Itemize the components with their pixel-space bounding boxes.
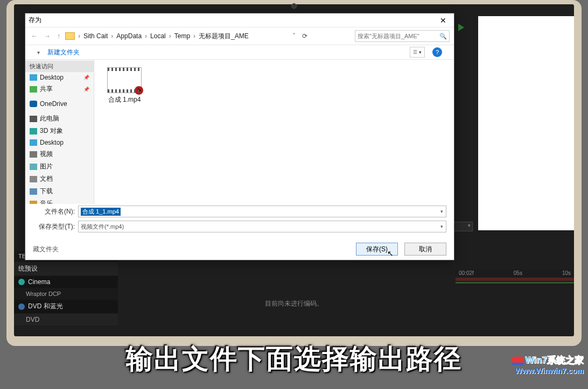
dialog-toolbar: ▾ 新建文件夹 ☰ ▾ ? (25, 45, 454, 60)
flag-icon (512, 357, 524, 365)
filename-value: 合成 1_1.mp4 (81, 208, 121, 216)
onedrive-icon (30, 101, 37, 107)
desktop-icon (30, 139, 37, 146)
hide-folders-toggle[interactable]: 藏文件夹 (33, 245, 59, 254)
sidebar-item-videos[interactable]: 视频 (25, 148, 94, 160)
sidebar-item-pictures[interactable]: 图片 (25, 160, 94, 173)
breadcrumb-segment[interactable]: 无标题项目_AME (199, 32, 249, 41)
tick-label: 00:02f (459, 270, 474, 276)
search-input[interactable]: 🔍 (355, 30, 450, 42)
video-icon (30, 151, 37, 158)
breadcrumb-segment[interactable]: Sith Cait (83, 32, 108, 40)
sidebar-item-this-pc[interactable]: 此电脑 (25, 112, 94, 125)
filetype-dropdown[interactable]: 视频文件(*.mp4) (78, 221, 446, 232)
search-field[interactable] (358, 33, 439, 39)
mouse-cursor-icon: ↖ (387, 249, 394, 258)
close-icon[interactable]: ✕ (436, 16, 451, 25)
video-thumbnail-icon (107, 67, 142, 93)
preset-row-cinema[interactable]: Cinema (14, 276, 118, 288)
search-icon: 🔍 (439, 33, 447, 40)
timeline-track-red (456, 278, 574, 281)
help-icon[interactable]: ? (432, 47, 442, 57)
nav-back-icon[interactable]: ← (30, 32, 39, 40)
encode-status-text: 目前尚未进行编码。 (265, 299, 323, 308)
breadcrumb-segment[interactable]: Local (150, 32, 166, 40)
view-mode-button[interactable]: ☰ ▾ (410, 47, 425, 58)
document-icon (30, 176, 37, 182)
cancel-button[interactable]: 取消 (404, 243, 446, 256)
watermark: Win7系统之家 Www.Winwin7.com (512, 354, 584, 375)
preset-row-system[interactable]: 统预设 (14, 262, 118, 276)
share-icon (30, 86, 37, 93)
desktop-icon (30, 74, 37, 81)
panel-dropdown[interactable] (453, 222, 473, 231)
file-item[interactable]: 合成 1.mp4 (104, 67, 145, 104)
file-name-label: 合成 1.mp4 (108, 96, 141, 103)
sidebar-item-desktop2[interactable]: Desktop (25, 137, 94, 148)
sidebar-item-desktop[interactable]: Desktop📌 (25, 72, 94, 83)
timeline-ruler[interactable]: 00:02f 05s 10s (456, 270, 574, 286)
new-folder-button[interactable]: 新建文件夹 (47, 48, 80, 57)
organize-chevron-icon[interactable]: ▾ (37, 49, 40, 55)
filetype-value: 视频文件(*.mp4) (81, 223, 124, 231)
sidebar-item-downloads[interactable]: 下载 (25, 185, 94, 197)
dialog-titlebar[interactable]: 存为 ✕ (25, 13, 454, 27)
refresh-icon[interactable]: ⟳ (299, 32, 311, 40)
play-badge-icon (135, 86, 143, 95)
sidebar-item-music[interactable]: 音乐 (25, 197, 94, 204)
preset-panel: TB 统预设 Cinema Wraptor DCP DVD 和蓝光 DVD (14, 251, 118, 326)
filename-label: 文件名(N): (33, 207, 75, 216)
sidebar-item-share[interactable]: 共享📌 (25, 83, 94, 95)
download-icon (30, 188, 37, 195)
cinema-icon (18, 279, 25, 285)
pin-icon: 📌 (83, 87, 89, 92)
folder-icon (65, 32, 75, 40)
picture-icon (30, 164, 37, 170)
folder-tree: 快速访问 Desktop📌 共享📌 OneDrive 此电脑 3D 对象 Des… (25, 60, 94, 204)
disc-icon (18, 303, 25, 310)
nav-up-icon[interactable]: ↑ (55, 32, 62, 40)
quick-access-header[interactable]: 快速访问 (25, 61, 94, 72)
sidebar-item-3d[interactable]: 3D 对象 (25, 125, 94, 137)
preset-row-dvd-bluray[interactable]: DVD 和蓝光 (14, 300, 118, 314)
tick-label: 05s (514, 270, 522, 276)
tick-label: 10s (562, 270, 571, 276)
breadcrumb-segment[interactable]: Temp (174, 32, 190, 40)
subtitle-caption: 输出文件下面选择输出路径 (0, 341, 588, 377)
filename-input[interactable]: 合成 1_1.mp4 (78, 206, 446, 217)
sidebar-item-documents[interactable]: 文档 (25, 173, 94, 185)
nav-fwd-icon[interactable]: → (43, 32, 52, 40)
timeline-track-green (456, 282, 574, 284)
save-as-dialog: 存为 ✕ ← → ↑ › Sith Cait› AppData› Local› … (25, 13, 454, 260)
dialog-title: 存为 (29, 16, 41, 25)
laptop-camera (291, 3, 297, 9)
preview-panel (478, 16, 574, 230)
play-icon[interactable] (458, 24, 464, 31)
file-list-pane[interactable]: 合成 1.mp4 (94, 60, 454, 204)
filetype-label: 保存类型(T): (33, 222, 75, 231)
preset-row-dvd[interactable]: DVD (14, 314, 118, 326)
cube-icon (30, 128, 37, 135)
pin-icon: 📌 (83, 75, 89, 80)
sidebar-item-onedrive[interactable]: OneDrive (25, 98, 94, 109)
breadcrumb-segment[interactable]: AppData (116, 32, 142, 40)
address-bar: ← → ↑ › Sith Cait› AppData› Local› Temp›… (25, 27, 454, 45)
pc-icon (30, 116, 37, 122)
preset-row-wraptor[interactable]: Wraptor DCP (14, 288, 118, 300)
